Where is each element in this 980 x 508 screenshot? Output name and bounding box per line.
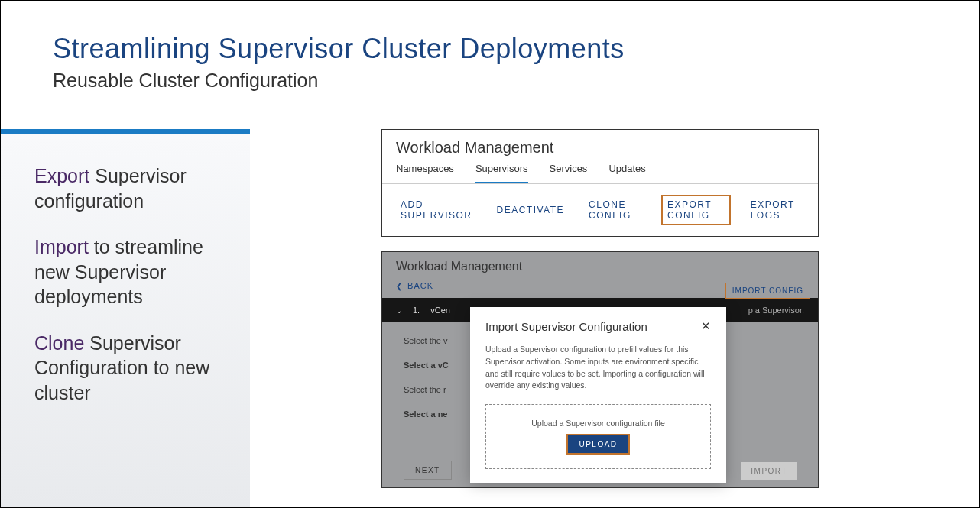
export-logs-button[interactable]: EXPORT LOGS [746,196,804,224]
deactivate-button[interactable]: DEACTIVATE [492,202,569,218]
back-label: BACK [407,281,433,290]
tab-namespaces[interactable]: Namespaces [396,163,454,183]
sidebar-keyword: Import [34,236,89,257]
sidebar-item-clone: Clone Supervisor Configuration to new cl… [34,331,230,406]
workload-mgmt-panel-top: Workload Management Namespaces Superviso… [381,129,819,237]
import-config-button[interactable]: IMPORT CONFIG [725,283,810,299]
import-button[interactable]: IMPORT [741,462,797,480]
dialog-description: Upload a Supervisor configuration to pre… [485,344,711,392]
slide-title: Streamlining Supervisor Cluster Deployme… [53,33,979,65]
upload-text: Upload a Supervisor configuration file [494,419,703,428]
slide-subtitle: Reusable Cluster Configuration [53,70,979,92]
panel-title: Workload Management [382,252,818,278]
step-hint: p a Supervisor. [748,306,804,315]
dialog-header: Import Supervisor Configuration ✕ [485,319,711,333]
panel-title: Workload Management [382,130,818,163]
close-icon[interactable]: ✕ [701,319,711,333]
add-supervisor-button[interactable]: ADD SUPERVISOR [396,196,476,224]
sidebar-item-import: Import to streamline new Supervisor depl… [34,235,230,309]
upload-dropzone[interactable]: Upload a Supervisor configuration file U… [485,404,711,469]
chevron-down-icon: ⌄ [396,306,402,315]
export-config-button[interactable]: EXPORT CONFIG [661,195,731,225]
workload-mgmt-panel-bottom: Workload Management ❮ BACK IMPORT CONFIG… [381,251,819,488]
chevron-left-icon: ❮ [396,282,403,290]
tab-supervisors[interactable]: Supervisors [475,163,528,183]
sidebar-keyword: Export [34,165,89,186]
step-number: 1. [413,306,420,315]
next-button[interactable]: NEXT [404,461,452,480]
sidebar-keyword: Clone [34,332,84,354]
dialog-title: Import Supervisor Configuration [485,320,647,333]
import-dialog: Import Supervisor Configuration ✕ Upload… [470,307,726,483]
step-label: vCen [430,306,450,315]
sidebar: Export Supervisor configuration Import t… [1,129,250,508]
panel-tabs: Namespaces Supervisors Services Updates [382,163,818,184]
slide-header: Streamlining Supervisor Cluster Deployme… [1,1,979,92]
tab-services[interactable]: Services [550,163,588,183]
panel-actions: ADD SUPERVISOR DEACTIVATE CLONE CONFIG E… [382,184,818,236]
tab-updates[interactable]: Updates [608,163,645,183]
clone-config-button[interactable]: CLONE CONFIG [584,196,646,224]
sidebar-item-export: Export Supervisor configuration [34,163,230,213]
upload-button[interactable]: UPLOAD [566,434,629,455]
